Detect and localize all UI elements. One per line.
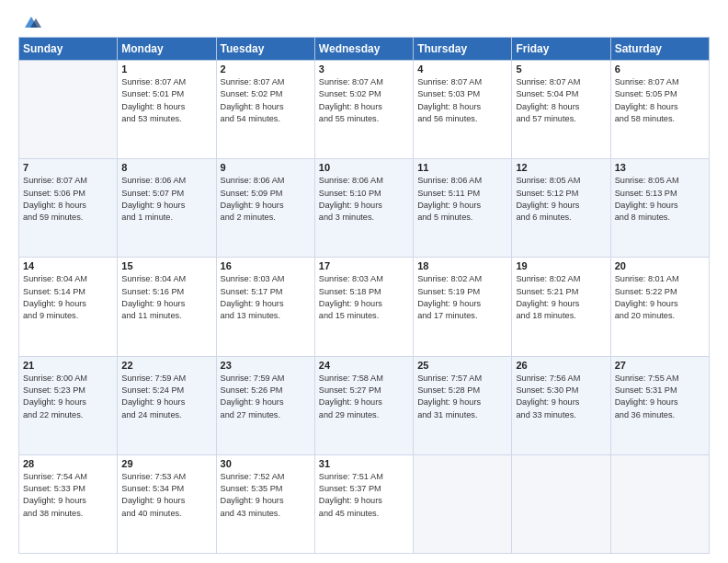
table-row: 15Sunrise: 8:04 AMSunset: 5:16 PMDayligh… — [118, 258, 216, 356]
day-info: Sunrise: 7:53 AMSunset: 5:34 PMDaylight:… — [121, 471, 211, 520]
day-number: 13 — [615, 162, 705, 173]
logo-icon — [21, 15, 41, 29]
day-info: Sunrise: 8:05 AMSunset: 5:13 PMDaylight:… — [615, 175, 705, 224]
day-info: Sunrise: 8:07 AMSunset: 5:01 PMDaylight:… — [121, 76, 211, 125]
day-number: 3 — [319, 63, 409, 75]
table-row: 4Sunrise: 8:07 AMSunset: 5:03 PMDaylight… — [414, 61, 512, 159]
day-info: Sunrise: 8:02 AMSunset: 5:21 PMDaylight:… — [516, 273, 606, 322]
day-info: Sunrise: 8:07 AMSunset: 5:03 PMDaylight:… — [417, 76, 507, 125]
calendar-week-row: 7Sunrise: 8:07 AMSunset: 5:06 PMDaylight… — [19, 159, 710, 258]
table-row: 9Sunrise: 8:06 AMSunset: 5:09 PMDaylight… — [216, 159, 314, 258]
day-number: 27 — [615, 360, 705, 371]
day-number: 14 — [23, 260, 113, 271]
calendar-week-row: 21Sunrise: 8:00 AMSunset: 5:23 PMDayligh… — [19, 356, 710, 454]
day-number: 24 — [319, 360, 409, 371]
day-number: 28 — [23, 458, 113, 469]
table-row: 10Sunrise: 8:06 AMSunset: 5:10 PMDayligh… — [314, 159, 413, 258]
table-row — [19, 61, 118, 159]
table-row: 24Sunrise: 7:58 AMSunset: 5:27 PMDayligh… — [314, 356, 413, 454]
day-number: 26 — [516, 360, 606, 371]
day-info: Sunrise: 7:57 AMSunset: 5:28 PMDaylight:… — [417, 373, 507, 421]
day-number: 23 — [221, 360, 311, 371]
day-number: 30 — [221, 458, 311, 469]
table-row: 27Sunrise: 7:55 AMSunset: 5:31 PMDayligh… — [610, 356, 709, 454]
day-number: 20 — [615, 260, 705, 271]
day-number: 5 — [516, 63, 606, 75]
col-wednesday: Wednesday — [314, 38, 413, 61]
table-row: 14Sunrise: 8:04 AMSunset: 5:14 PMDayligh… — [19, 258, 118, 356]
day-number: 16 — [221, 260, 311, 271]
logo — [18, 15, 41, 28]
day-number: 2 — [221, 63, 311, 75]
table-row: 22Sunrise: 7:59 AMSunset: 5:24 PMDayligh… — [118, 356, 216, 454]
day-info: Sunrise: 7:58 AMSunset: 5:27 PMDaylight:… — [319, 373, 409, 421]
day-number: 29 — [121, 458, 211, 469]
day-info: Sunrise: 8:04 AMSunset: 5:16 PMDaylight:… — [121, 273, 211, 322]
day-number: 12 — [516, 162, 606, 173]
day-info: Sunrise: 8:02 AMSunset: 5:19 PMDaylight:… — [417, 273, 507, 322]
col-thursday: Thursday — [414, 38, 512, 61]
table-row: 26Sunrise: 7:56 AMSunset: 5:30 PMDayligh… — [512, 356, 610, 454]
page: Sunday Monday Tuesday Wednesday Thursday… — [0, 0, 728, 563]
table-row — [512, 454, 610, 553]
table-row: 5Sunrise: 8:07 AMSunset: 5:04 PMDaylight… — [512, 61, 610, 159]
table-row — [610, 454, 709, 553]
table-row: 25Sunrise: 7:57 AMSunset: 5:28 PMDayligh… — [414, 356, 512, 454]
day-info: Sunrise: 8:03 AMSunset: 5:18 PMDaylight:… — [319, 273, 409, 322]
table-row: 12Sunrise: 8:05 AMSunset: 5:12 PMDayligh… — [512, 159, 610, 258]
day-info: Sunrise: 8:07 AMSunset: 5:04 PMDaylight:… — [516, 76, 606, 125]
col-sunday: Sunday — [19, 38, 118, 61]
day-info: Sunrise: 8:03 AMSunset: 5:17 PMDaylight:… — [221, 273, 311, 322]
table-row: 21Sunrise: 8:00 AMSunset: 5:23 PMDayligh… — [19, 356, 118, 454]
day-number: 22 — [121, 360, 211, 371]
table-row: 7Sunrise: 8:07 AMSunset: 5:06 PMDaylight… — [19, 159, 118, 258]
header — [18, 15, 710, 28]
day-info: Sunrise: 8:07 AMSunset: 5:02 PMDaylight:… — [319, 76, 409, 125]
calendar-header-row: Sunday Monday Tuesday Wednesday Thursday… — [19, 38, 710, 61]
day-number: 17 — [319, 260, 409, 271]
day-info: Sunrise: 7:55 AMSunset: 5:31 PMDaylight:… — [615, 373, 705, 421]
table-row: 20Sunrise: 8:01 AMSunset: 5:22 PMDayligh… — [610, 258, 709, 356]
day-info: Sunrise: 8:07 AMSunset: 5:02 PMDaylight:… — [221, 76, 311, 125]
table-row: 6Sunrise: 8:07 AMSunset: 5:05 PMDaylight… — [610, 61, 709, 159]
day-info: Sunrise: 8:05 AMSunset: 5:12 PMDaylight:… — [516, 175, 606, 224]
day-number: 21 — [23, 360, 113, 371]
col-tuesday: Tuesday — [216, 38, 314, 61]
day-number: 11 — [417, 162, 507, 173]
day-info: Sunrise: 7:59 AMSunset: 5:26 PMDaylight:… — [221, 373, 311, 421]
day-info: Sunrise: 8:06 AMSunset: 5:07 PMDaylight:… — [121, 175, 211, 224]
table-row: 28Sunrise: 7:54 AMSunset: 5:33 PMDayligh… — [19, 454, 118, 553]
day-number: 10 — [319, 162, 409, 173]
day-number: 25 — [417, 360, 507, 371]
col-friday: Friday — [512, 38, 610, 61]
day-info: Sunrise: 8:00 AMSunset: 5:23 PMDaylight:… — [23, 373, 113, 421]
day-info: Sunrise: 7:56 AMSunset: 5:30 PMDaylight:… — [516, 373, 606, 421]
day-number: 1 — [121, 63, 211, 75]
calendar-week-row: 14Sunrise: 8:04 AMSunset: 5:14 PMDayligh… — [19, 258, 710, 356]
day-info: Sunrise: 7:54 AMSunset: 5:33 PMDaylight:… — [23, 471, 113, 520]
day-info: Sunrise: 7:59 AMSunset: 5:24 PMDaylight:… — [121, 373, 211, 421]
table-row: 29Sunrise: 7:53 AMSunset: 5:34 PMDayligh… — [118, 454, 216, 553]
table-row: 30Sunrise: 7:52 AMSunset: 5:35 PMDayligh… — [216, 454, 314, 553]
col-saturday: Saturday — [610, 38, 709, 61]
day-info: Sunrise: 8:07 AMSunset: 5:05 PMDaylight:… — [615, 76, 705, 125]
day-number: 6 — [615, 63, 705, 75]
table-row: 19Sunrise: 8:02 AMSunset: 5:21 PMDayligh… — [512, 258, 610, 356]
calendar-week-row: 28Sunrise: 7:54 AMSunset: 5:33 PMDayligh… — [19, 454, 710, 553]
day-info: Sunrise: 8:06 AMSunset: 5:10 PMDaylight:… — [319, 175, 409, 224]
table-row: 3Sunrise: 8:07 AMSunset: 5:02 PMDaylight… — [314, 61, 413, 159]
day-number: 19 — [516, 260, 606, 271]
table-row: 11Sunrise: 8:06 AMSunset: 5:11 PMDayligh… — [414, 159, 512, 258]
day-info: Sunrise: 7:52 AMSunset: 5:35 PMDaylight:… — [221, 471, 311, 520]
table-row: 1Sunrise: 8:07 AMSunset: 5:01 PMDaylight… — [118, 61, 216, 159]
table-row: 17Sunrise: 8:03 AMSunset: 5:18 PMDayligh… — [314, 258, 413, 356]
table-row: 8Sunrise: 8:06 AMSunset: 5:07 PMDaylight… — [118, 159, 216, 258]
day-info: Sunrise: 8:07 AMSunset: 5:06 PMDaylight:… — [23, 175, 113, 224]
table-row: 23Sunrise: 7:59 AMSunset: 5:26 PMDayligh… — [216, 356, 314, 454]
table-row: 13Sunrise: 8:05 AMSunset: 5:13 PMDayligh… — [610, 159, 709, 258]
calendar-week-row: 1Sunrise: 8:07 AMSunset: 5:01 PMDaylight… — [19, 61, 710, 159]
day-info: Sunrise: 8:06 AMSunset: 5:11 PMDaylight:… — [417, 175, 507, 224]
day-number: 18 — [417, 260, 507, 271]
table-row — [414, 454, 512, 553]
day-info: Sunrise: 8:06 AMSunset: 5:09 PMDaylight:… — [221, 175, 311, 224]
